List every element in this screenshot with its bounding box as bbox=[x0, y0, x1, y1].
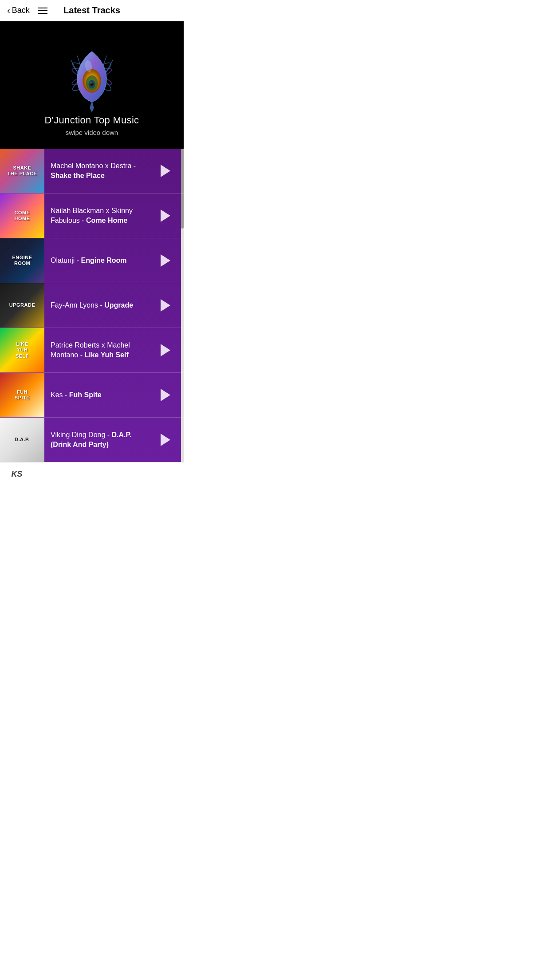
menu-line-1 bbox=[38, 8, 47, 8]
play-button-1[interactable] bbox=[154, 160, 177, 182]
back-label: Back bbox=[12, 6, 30, 15]
page-title: Latest Tracks bbox=[63, 5, 120, 16]
bottom-logo: KS bbox=[9, 466, 25, 482]
track-item[interactable]: LIKE YUH SELFPatrice Roberts x Machel Mo… bbox=[0, 328, 184, 373]
hero-subtitle: swipe video down bbox=[66, 129, 118, 136]
menu-line-2 bbox=[38, 10, 47, 11]
track-info-2: Nailah Blackman x Skinny Fabulous - Come… bbox=[44, 200, 154, 231]
play-icon bbox=[161, 434, 170, 446]
track-thumb-7: D.A.P. bbox=[0, 418, 44, 462]
track-thumb-1: SHAKE THE PLACE bbox=[0, 149, 44, 193]
track-title: Olatunji - Engine Room bbox=[51, 256, 149, 265]
menu-line-3 bbox=[38, 13, 47, 14]
track-thumb-3: ENGINE ROOM bbox=[0, 238, 44, 283]
play-button-5[interactable] bbox=[154, 339, 177, 361]
track-info-7: Viking Ding Dong - D.A.P. (Drink And Par… bbox=[44, 424, 154, 455]
play-icon bbox=[161, 389, 170, 401]
track-info-3: Olatunji - Engine Room bbox=[44, 249, 154, 272]
ks-logo-icon: KS bbox=[11, 470, 22, 479]
app-logo bbox=[61, 35, 123, 115]
app-name: D'Junction Top Music bbox=[45, 115, 139, 126]
track-thumb-2: COME HOME bbox=[0, 194, 44, 238]
app-header: ‹ Back Latest Tracks bbox=[0, 0, 184, 21]
track-info-1: Machel Montano x Destra - Shake the Plac… bbox=[44, 155, 154, 186]
play-icon bbox=[161, 299, 170, 312]
back-button[interactable]: ‹ Back bbox=[7, 5, 30, 16]
play-button-3[interactable] bbox=[154, 249, 177, 272]
play-icon bbox=[161, 344, 170, 356]
track-title: Kes - Fuh Spite bbox=[51, 390, 149, 400]
track-item[interactable]: SHAKE THE PLACEMachel Montano x Destra -… bbox=[0, 149, 184, 194]
track-thumb-4: UPGRADE bbox=[0, 283, 44, 328]
play-button-6[interactable] bbox=[154, 384, 177, 406]
hero-banner: D'Junction Top Music swipe video down bbox=[0, 21, 184, 149]
bottom-bar: KS bbox=[0, 462, 184, 486]
play-button-4[interactable] bbox=[154, 294, 177, 316]
track-title: Machel Montano x Destra - Shake the Plac… bbox=[51, 161, 149, 180]
play-button-2[interactable] bbox=[154, 205, 177, 227]
track-item[interactable]: COME HOMENailah Blackman x Skinny Fabulo… bbox=[0, 194, 184, 238]
track-item[interactable]: UPGRADEFay-Ann Lyons - Upgrade bbox=[0, 283, 184, 328]
track-item[interactable]: ENGINE ROOMOlatunji - Engine Room bbox=[0, 238, 184, 283]
track-item[interactable]: FUH SPITEKes - Fuh Spite bbox=[0, 373, 184, 418]
track-list: SHAKE THE PLACEMachel Montano x Destra -… bbox=[0, 149, 184, 462]
back-chevron-icon: ‹ bbox=[7, 5, 10, 16]
svg-point-13 bbox=[91, 83, 92, 84]
play-icon bbox=[161, 209, 170, 222]
menu-button[interactable] bbox=[38, 8, 47, 14]
play-icon bbox=[161, 254, 170, 267]
track-title: Fay-Ann Lyons - Upgrade bbox=[51, 300, 149, 310]
track-info-4: Fay-Ann Lyons - Upgrade bbox=[44, 294, 154, 316]
track-info-5: Patrice Roberts x Machel Montano - Like … bbox=[44, 334, 154, 366]
play-icon bbox=[161, 165, 170, 177]
track-item[interactable]: D.A.P.Viking Ding Dong - D.A.P. (Drink A… bbox=[0, 418, 184, 462]
header-left-group: ‹ Back bbox=[7, 5, 47, 16]
track-title: Viking Ding Dong - D.A.P. (Drink And Par… bbox=[51, 430, 149, 449]
track-info-6: Kes - Fuh Spite bbox=[44, 384, 154, 406]
track-list-container: SHAKE THE PLACEMachel Montano x Destra -… bbox=[0, 149, 184, 462]
track-title: Patrice Roberts x Machel Montano - Like … bbox=[51, 340, 149, 360]
track-title: Nailah Blackman x Skinny Fabulous - Come… bbox=[51, 206, 149, 225]
play-button-7[interactable] bbox=[154, 429, 177, 451]
track-thumb-5: LIKE YUH SELF bbox=[0, 328, 44, 372]
track-thumb-6: FUH SPITE bbox=[0, 373, 44, 417]
